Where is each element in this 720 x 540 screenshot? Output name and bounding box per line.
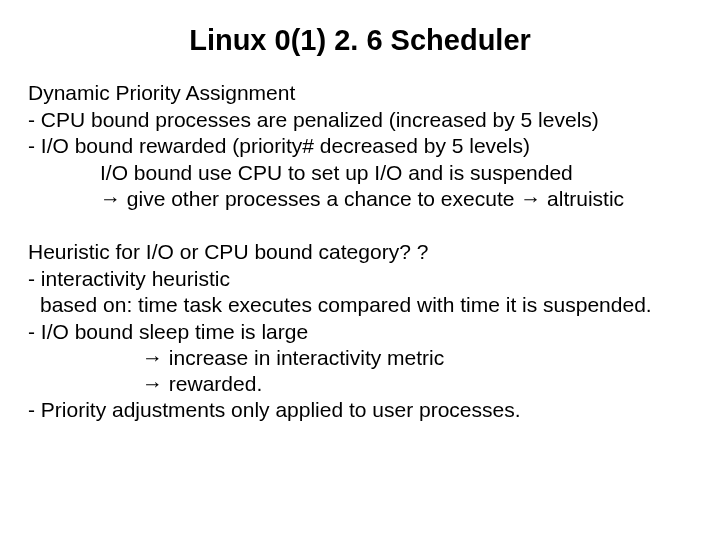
section2-heading: Heuristic for I/O or CPU bound category?… [28, 240, 692, 264]
section2-line5: → rewarded. [28, 371, 692, 397]
section-heuristic: Heuristic for I/O or CPU bound category?… [28, 240, 692, 424]
section2-line6: - Priority adjustments only applied to u… [28, 397, 692, 423]
section-dynamic-priority: Dynamic Priority Assignment - CPU bound … [28, 81, 692, 212]
section1-line3: I/O bound use CPU to set up I/O and is s… [28, 160, 692, 186]
slide-title: Linux 0(1) 2. 6 Scheduler [28, 24, 692, 57]
section2-line1: - interactivity heuristic [28, 266, 692, 292]
section2-line2: based on: time task executes compared wi… [28, 292, 692, 318]
section1-heading: Dynamic Priority Assignment [28, 81, 692, 105]
section2-line3: - I/O bound sleep time is large [28, 319, 692, 345]
section1-line2: - I/O bound rewarded (priority# decrease… [28, 133, 692, 159]
section2-line4: → increase in interactivity metric [28, 345, 692, 371]
section1-line4: → give other processes a chance to execu… [28, 186, 692, 212]
section1-line1: - CPU bound processes are penalized (inc… [28, 107, 692, 133]
